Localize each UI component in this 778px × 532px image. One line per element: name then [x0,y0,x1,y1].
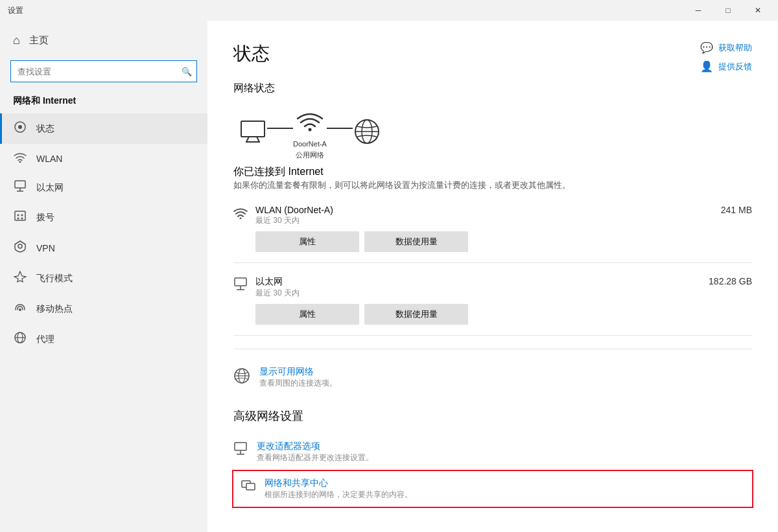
sharing_center-adv-title: 网络和共享中心 [265,478,412,489]
network-card-left-ethernet: 以太网 最近 30 天内 [233,276,300,299]
proxy-icon [13,331,27,347]
vpn-icon [13,240,27,256]
status-icon [13,121,27,137]
svg-rect-16 [241,121,265,137]
sidebar-item-ethernet[interactable]: 以太网 [0,173,207,202]
hotspot-icon [13,301,27,317]
sidebar-item-hotspot[interactable]: 移动热点 [0,294,207,324]
sidebar-item-status[interactable]: 状态 [0,113,207,144]
network-card-divider-wlan [233,262,752,263]
properties-button-ethernet[interactable]: 属性 [255,304,359,325]
sidebar: ⌂ 主页 🔍 网络和 Internet 状态 WLAN 以太网 拨号 VPN 飞… [0,21,207,532]
wlan-card-icon [233,206,248,223]
advanced-title: 高级网络设置 [233,408,752,424]
maximize-button[interactable]: □ [713,0,743,21]
advanced-item-sharing_center[interactable]: 网络和共享中心 根据所连接到的网络，决定要共享的内容。 [232,470,753,508]
sidebar-item-airplane[interactable]: 飞行模式 [0,263,207,294]
network-card-sub-wlan: 最近 30 天内 [255,215,333,226]
data-usage-button-wlan[interactable]: 数据使用量 [364,231,468,252]
adapter-adv-title: 更改适配器选项 [257,441,373,452]
search-icon[interactable]: 🔍 [182,67,192,76]
page-title: 状态 [233,41,752,66]
network-card-name-wlan: WLAN (DoorNet-A) [255,205,333,215]
titlebar-title: 设置 [8,5,23,16]
diagram-network-type: 公用网络 [296,150,324,160]
network-cards-container: WLAN (DoorNet-A) 最近 30 天内 241 MB 属性 数据使用… [233,205,752,336]
network-card-divider-ethernet [233,335,752,336]
sidebar-label-wlan: WLAN [36,154,62,164]
main-content: 💬 获取帮助 👤 提供反馈 状态 网络状态 [207,21,778,532]
sharing_center-adv-sub: 根据所连接到的网络，决定要共享的内容。 [265,489,412,500]
svg-line-17 [246,137,249,142]
feedback-icon: 👤 [700,60,713,73]
advanced-items-container: 更改适配器选项 查看网络适配器并更改连接设置。 网络和共享中心 根据所连接到的网… [233,434,752,508]
sidebar-section-title: 网络和 Internet [0,90,207,113]
data-usage-button-ethernet[interactable]: 数据使用量 [364,304,468,325]
svg-line-18 [257,137,259,142]
svg-rect-35 [246,483,255,490]
connected-title: 你已连接到 Internet [233,165,752,179]
close-button[interactable]: ✕ [743,0,773,21]
sidebar-item-dialup[interactable]: 拨号 [0,202,207,233]
sidebar-items-container: 状态 WLAN 以太网 拨号 VPN 飞行模式 移动热点 代理 [0,113,207,354]
network-card-usage-ethernet: 182.28 GB [709,276,752,286]
diagram-wifi: DoorNet-A 公用网络 [293,108,327,160]
sidebar-home-button[interactable]: ⌂ 主页 [0,26,207,55]
network-status-title: 网络状态 [233,82,752,95]
network-card-usage-wlan: 241 MB [721,205,752,215]
feedback-link[interactable]: 👤 提供反馈 [700,60,752,73]
svg-point-7 [18,214,19,216]
show-networks-text: 显示可用网络 查看周围的连接选项。 [259,366,337,389]
globe-icon [353,117,381,152]
svg-point-10 [21,218,23,220]
advanced-item-adapter[interactable]: 更改适配器选项 查看网络适配器并更改连接设置。 [233,434,752,470]
show-networks-sub: 查看周围的连接选项。 [259,378,337,389]
connected-subtitle: 如果你的流量套餐有限制，则可以将此网络设置为按流量计费的连接，或者更改其他属性。 [233,179,571,192]
sidebar-label-ethernet: 以太网 [36,182,64,194]
svg-point-9 [18,218,19,220]
airplane-icon [13,270,27,286]
feedback-label: 提供反馈 [718,61,752,73]
diagram-line-2 [327,128,353,129]
sidebar-label-vpn: VPN [36,243,55,253]
network-card-left-wlan: WLAN (DoorNet-A) 最近 30 天内 [233,205,333,226]
search-input[interactable] [10,60,197,82]
sidebar-label-airplane: 飞行模式 [36,273,73,284]
adapter-adv-text: 更改适配器选项 查看网络适配器并更改连接设置。 [257,441,373,463]
svg-point-12 [19,308,21,311]
ethernet-icon [13,180,27,195]
svg-rect-25 [235,278,246,286]
titlebar: 设置 ─ □ ✕ [0,0,778,21]
svg-rect-6 [15,211,25,220]
network-card-header-wlan: WLAN (DoorNet-A) 最近 30 天内 241 MB [233,205,752,226]
card-buttons-wlan: 属性 数据使用量 [255,231,752,252]
get-help-label: 获取帮助 [718,42,752,54]
wifi-icon [295,108,325,137]
svg-rect-3 [15,181,25,188]
diagram-network-name: DoorNet-A [293,140,327,148]
sidebar-item-vpn[interactable]: VPN [0,233,207,263]
svg-point-1 [18,125,22,129]
sidebar-label-proxy: 代理 [36,334,54,345]
show-networks-option[interactable]: 显示可用网络 查看周围的连接选项。 [233,362,752,393]
diagram-computer [239,120,267,149]
sidebar-label-dialup: 拨号 [36,212,54,224]
sidebar-home-label: 主页 [29,34,49,47]
network-card-name-ethernet: 以太网 [255,276,300,288]
computer-icon [239,120,267,149]
divider-1 [233,349,752,349]
diagram-globe [353,117,381,152]
svg-point-20 [308,128,311,132]
sidebar-label-status: 状态 [36,123,54,135]
sharing_center-adv-icon [241,479,255,495]
wlan-icon [13,151,27,166]
network-card-info-wlan: WLAN (DoorNet-A) 最近 30 天内 [255,205,333,226]
svg-point-2 [19,161,21,163]
minimize-button[interactable]: ─ [683,0,713,21]
network-card-header-ethernet: 以太网 最近 30 天内 182.28 GB [233,276,752,299]
network-card-info-ethernet: 以太网 最近 30 天内 [255,276,300,299]
get-help-link[interactable]: 💬 获取帮助 [700,41,752,54]
properties-button-wlan[interactable]: 属性 [255,231,359,252]
sidebar-item-proxy[interactable]: 代理 [0,324,207,354]
sidebar-item-wlan[interactable]: WLAN [0,144,207,173]
